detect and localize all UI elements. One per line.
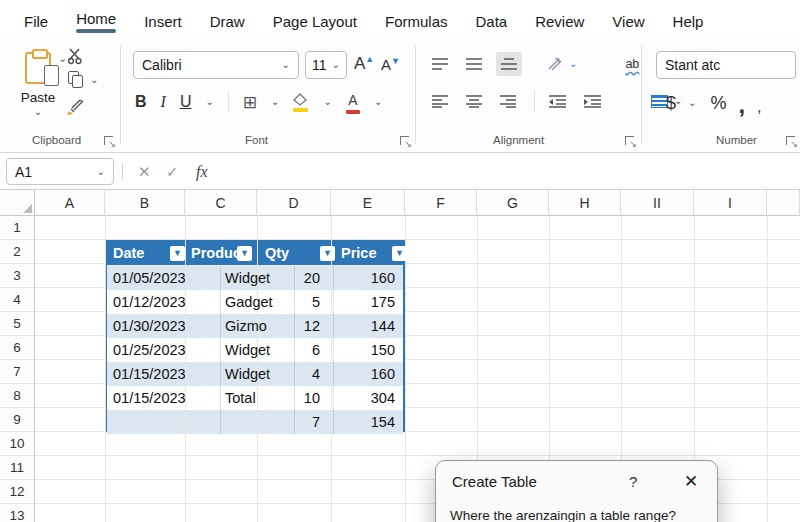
decrease-font-button[interactable]: A▼: [381, 56, 400, 73]
currency-button[interactable]: $: [666, 93, 676, 114]
tab-data[interactable]: Data: [461, 7, 521, 32]
row-header-13[interactable]: 13: [0, 504, 35, 522]
row-header-11[interactable]: 11: [0, 456, 35, 480]
font-size-select[interactable]: 11 ⌄: [305, 51, 347, 79]
table-cell: 304: [371, 386, 395, 410]
underline-button[interactable]: U: [180, 93, 192, 111]
row-header-10[interactable]: 10: [0, 432, 35, 456]
cut-button[interactable]: [66, 46, 86, 66]
insert-function-button[interactable]: fx: [196, 158, 208, 185]
column-header-H[interactable]: H: [549, 190, 621, 216]
decrease-indent-button[interactable]: [545, 91, 570, 111]
enter-button[interactable]: ✓: [166, 158, 179, 185]
tab-review[interactable]: Review: [521, 7, 598, 32]
row-header-2[interactable]: 2: [0, 240, 35, 264]
chevron-down-icon[interactable]: ⌄: [205, 97, 213, 107]
chevron-down-icon[interactable]: ⌄: [688, 98, 696, 108]
bold-button[interactable]: B: [135, 93, 147, 111]
column-header-C[interactable]: C: [185, 190, 257, 216]
column-header-G[interactable]: G: [477, 190, 549, 216]
borders-button[interactable]: ⊞: [243, 92, 257, 113]
italic-button[interactable]: I: [161, 93, 166, 111]
dialog-prompt: Where the arenzaingin a table range?: [450, 508, 676, 522]
chevron-down-icon[interactable]: ⌄: [271, 97, 279, 107]
column-header-F[interactable]: F: [405, 190, 477, 216]
clipboard-dialog-launcher[interactable]: [104, 136, 113, 145]
paste-button[interactable]: ⌄ Paste ⌄: [16, 48, 60, 117]
tab-formulas[interactable]: Formulas: [371, 7, 462, 32]
row-header-1[interactable]: 1: [0, 216, 35, 240]
table-row[interactable]: 01/25/2023Widget6150: [107, 338, 403, 362]
table-row[interactable]: 01/15/2023Widget4160: [107, 362, 403, 386]
font-color-button[interactable]: A: [346, 91, 360, 114]
filter-button-price[interactable]: ▼: [392, 246, 407, 261]
font-name-select[interactable]: Calibri ⌄: [133, 51, 299, 79]
filter-button-produc[interactable]: ▼: [237, 246, 252, 261]
column-header-D[interactable]: D: [257, 190, 331, 216]
row-header-9[interactable]: 9: [0, 408, 35, 432]
tab-insert[interactable]: Insert: [130, 7, 196, 32]
alignment-dialog-launcher[interactable]: [625, 136, 634, 145]
align-center-button[interactable]: [462, 91, 486, 111]
align-bottom-button[interactable]: [496, 52, 522, 76]
column-header-partial[interactable]: [767, 190, 800, 216]
chevron-down-icon[interactable]: ⌄: [374, 97, 382, 107]
column-header-E[interactable]: E: [331, 190, 405, 216]
tab-file[interactable]: File: [10, 7, 62, 32]
excel-table[interactable]: Date▼Produc▼Qty▼Price▼ 01/05/2023Widget2…: [105, 240, 405, 432]
align-left-button[interactable]: [428, 91, 452, 111]
select-all-button[interactable]: [0, 190, 35, 216]
row-header-4[interactable]: 4: [0, 288, 35, 312]
tab-home[interactable]: Home: [62, 4, 130, 35]
comma-style-button[interactable]: ,: [738, 97, 745, 114]
table-row[interactable]: 7154: [107, 410, 403, 434]
percent-button[interactable]: %: [710, 93, 726, 114]
increase-indent-button[interactable]: [580, 91, 605, 111]
row-header-3[interactable]: 3: [0, 264, 35, 288]
row-header-5[interactable]: 5: [0, 312, 35, 336]
group-divider: [415, 46, 416, 144]
row-header-12[interactable]: 12: [0, 480, 35, 504]
column-header-B[interactable]: B: [105, 190, 185, 216]
number-format-select[interactable]: Stant atc: [656, 51, 796, 79]
row-header-6[interactable]: 6: [0, 336, 35, 360]
row-header-8[interactable]: 8: [0, 384, 35, 408]
comma-small-button[interactable]: ,: [757, 101, 761, 114]
wrap-text-button[interactable]: ab: [625, 57, 639, 71]
column-header-I[interactable]: I: [694, 190, 767, 216]
column-header-II[interactable]: II: [621, 190, 694, 216]
paste-label: Paste: [16, 90, 60, 105]
table-row[interactable]: 01/05/2023Widget20160: [107, 266, 403, 290]
align-top-button[interactable]: [428, 54, 452, 74]
table-header-qty: Qty: [265, 242, 289, 266]
copy-button[interactable]: ⌄: [68, 71, 98, 88]
align-right-button[interactable]: [496, 91, 520, 111]
close-icon[interactable]: ✕: [684, 471, 698, 492]
align-middle-button[interactable]: [462, 54, 486, 74]
formula-input[interactable]: [222, 158, 796, 185]
number-dialog-launcher[interactable]: [786, 136, 795, 145]
filter-button-date[interactable]: ▼: [170, 246, 185, 261]
chevron-down-icon: ⌄: [97, 167, 105, 177]
orientation-button[interactable]: ⌄: [546, 55, 577, 73]
cancel-button[interactable]: ✕: [138, 158, 151, 185]
increase-font-button[interactable]: A▲: [354, 54, 374, 74]
row-header-7[interactable]: 7: [0, 360, 35, 384]
tab-page-layout[interactable]: Page Layout: [259, 7, 371, 32]
spreadsheet-grid[interactable]: ABCDEFGHIII 12345678910111213 Date▼Produ…: [0, 190, 800, 522]
tab-view[interactable]: View: [598, 7, 658, 32]
formula-bar: A1 ⌄ ✕ ✓ fx: [0, 153, 800, 190]
table-row[interactable]: 01/12/2023Gadget5175: [107, 290, 403, 314]
name-box[interactable]: A1 ⌄: [6, 158, 114, 185]
help-button[interactable]: ?: [629, 473, 637, 490]
tab-help[interactable]: Help: [659, 7, 718, 32]
font-dialog-launcher[interactable]: [400, 136, 409, 145]
format-painter-button[interactable]: [66, 96, 88, 116]
table-row[interactable]: 01/30/2023Gizmo12144: [107, 314, 403, 338]
tab-draw[interactable]: Draw: [196, 7, 259, 32]
chevron-down-icon[interactable]: ⌄: [323, 97, 331, 107]
table-row[interactable]: 01/15/2023Total10304: [107, 386, 403, 410]
fill-color-button[interactable]: [293, 93, 309, 112]
column-header-A[interactable]: A: [35, 190, 105, 216]
filter-button-qty[interactable]: ▼: [320, 246, 335, 261]
